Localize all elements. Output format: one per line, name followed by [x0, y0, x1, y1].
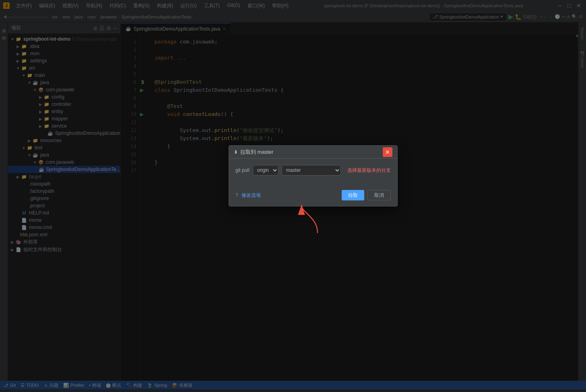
- branch-select[interactable]: master: [282, 165, 341, 175]
- modal-title-icon: ⬇: [234, 149, 238, 155]
- modal-header: ⬇ 拉取到 master ✕: [229, 146, 397, 159]
- git-pull-modal: ⬇ 拉取到 master ✕ git pull origin master 选择…: [229, 145, 398, 206]
- modal-options-link[interactable]: 修改选项: [241, 192, 338, 199]
- modal-title-text: 拉取到 master: [240, 149, 273, 156]
- modal-title: ⬇ 拉取到 master: [234, 149, 383, 156]
- cancel-button[interactable]: 取消: [367, 190, 391, 200]
- modal-overlay: ⬇ 拉取到 master ✕ git pull origin master 选择…: [0, 0, 586, 392]
- red-arrow-svg: [293, 201, 326, 237]
- pull-button[interactable]: 拉取: [342, 190, 364, 200]
- arrow-annotation: [293, 201, 326, 238]
- modal-body: git pull origin master 选择最新版本的分支: [229, 159, 397, 187]
- modal-git-pull-row: git pull origin master 选择最新版本的分支: [235, 165, 391, 175]
- git-pull-label: git pull: [235, 167, 250, 173]
- annotation-text: 选择最新版本的分支: [347, 167, 391, 174]
- modal-help-icon[interactable]: ?: [235, 192, 238, 198]
- modal-footer: ? 修改选项 拉取 取消: [229, 187, 397, 206]
- remote-select[interactable]: origin: [253, 165, 279, 175]
- modal-close-button[interactable]: ✕: [383, 147, 392, 157]
